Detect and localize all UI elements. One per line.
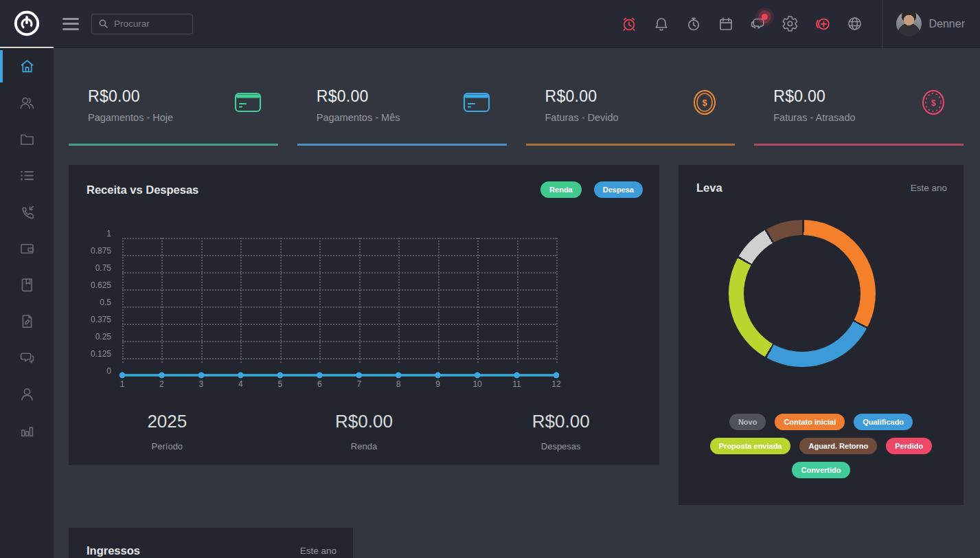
document-edit-icon <box>19 313 36 330</box>
dashboard-app: Denner <box>0 0 980 558</box>
stopwatch-icon[interactable] <box>685 15 703 33</box>
user-icon <box>19 386 36 403</box>
sidebar <box>0 48 54 558</box>
leads-legend: Novo Contato inicial Qualificado Propost… <box>679 414 964 478</box>
sidebar-item-chat[interactable] <box>0 339 54 376</box>
search-box[interactable] <box>91 14 193 34</box>
revenue-expenses-panel: Receita vs Despesas Renda Despesa 10.875… <box>69 165 659 465</box>
home-icon <box>19 58 36 75</box>
topbar: Denner <box>0 0 980 48</box>
stat-cards-row: R$0.00 Pagamentos - Hoje R$0.00 Pagament… <box>69 65 964 146</box>
coin-dollar-icon: $ <box>690 87 720 118</box>
card-invoices-due[interactable]: R$0.00 Faturas - Devido $ <box>526 65 736 146</box>
donut-chart <box>729 220 876 367</box>
topbar-actions <box>620 15 864 33</box>
tickets-panel: Ingressos Este ano <box>69 528 353 558</box>
credit-card-icon <box>461 87 492 118</box>
legend-convertido-pill[interactable]: Convertido <box>792 462 850 478</box>
sidebar-item-reports[interactable] <box>0 412 54 449</box>
y-axis-labels: 10.8750.750.6250.50.3750.250.1250 <box>87 234 111 385</box>
phone-incoming-icon <box>19 203 36 221</box>
plot-area: 123456789101112 <box>122 234 556 392</box>
legend-renda-pill[interactable]: Renda <box>540 181 582 198</box>
legend-despesa-pill[interactable]: Despesa <box>594 181 643 198</box>
chart-legend: Renda Despesa <box>540 181 643 198</box>
search-icon <box>98 18 109 30</box>
card-payments-month[interactable]: R$0.00 Pagamentos - Mês <box>297 65 507 146</box>
panels-row: Receita vs Despesas Renda Despesa 10.875… <box>69 165 964 505</box>
card-invoices-overdue[interactable]: R$0.00 Faturas - Atrasado $ <box>754 65 964 146</box>
revenue-summary: 2025 Período R$0.00 Renda R$0.00 Despesa… <box>69 411 659 451</box>
gear-icon[interactable] <box>782 15 799 33</box>
period-selector[interactable]: Este ano <box>911 183 947 193</box>
panel-title: Leva <box>696 181 722 194</box>
notification-badge <box>762 14 768 20</box>
book-bookmark-icon <box>19 276 36 293</box>
legend-novo-pill[interactable]: Novo <box>729 414 766 430</box>
line-chart: 10.8750.750.6250.50.3750.250.1250 123456… <box>87 227 608 399</box>
legend-aguard-retorno-pill[interactable]: Aguard. Retorno <box>799 438 877 454</box>
chat-bubbles-icon <box>19 349 36 366</box>
folder-icon <box>19 131 36 148</box>
sidebar-item-calls[interactable] <box>0 194 54 230</box>
power-logo-icon <box>12 9 41 38</box>
panel-title: Ingressos <box>87 544 140 557</box>
chat-icon[interactable] <box>749 15 767 33</box>
user-menu[interactable]: Denner <box>882 11 980 36</box>
legend-proposta-enviada-pill[interactable]: Proposta enviada <box>710 438 791 454</box>
legend-perdido-pill[interactable]: Perdido <box>886 438 932 454</box>
calendar-icon[interactable] <box>717 15 735 33</box>
panel-title: Receita vs Despesas <box>87 183 198 197</box>
legend-contato-inicial-pill[interactable]: Contato inicial <box>775 414 845 430</box>
add-circle-icon[interactable] <box>814 15 832 33</box>
avatar <box>896 11 922 36</box>
svg-text:$: $ <box>703 98 708 108</box>
sidebar-item-catalog[interactable] <box>0 267 54 303</box>
sidebar-item-list[interactable] <box>0 157 54 194</box>
sidebar-item-folder[interactable] <box>0 121 54 157</box>
sidebar-item-clients[interactable] <box>0 376 54 412</box>
bar-chart-icon <box>19 422 36 439</box>
sidebar-item-notes[interactable] <box>0 303 54 339</box>
credit-card-icon <box>233 87 263 118</box>
summary-income: R$0.00 Renda <box>266 411 463 451</box>
summary-period: 2025 Período <box>69 411 266 451</box>
coin-dollar-dashed-icon: $ <box>918 87 948 118</box>
wallet-icon <box>19 240 36 257</box>
users-icon <box>19 94 36 111</box>
sidebar-item-contacts[interactable] <box>0 85 54 121</box>
legend-qualificado-pill[interactable]: Qualificado <box>854 414 913 430</box>
sidebar-item-home[interactable] <box>0 48 54 85</box>
period-selector[interactable]: Este ano <box>300 546 337 556</box>
summary-expenses: R$0.00 Despesas <box>462 411 659 451</box>
card-payments-today[interactable]: R$0.00 Pagamentos - Hoje <box>69 65 278 146</box>
app-logo[interactable] <box>0 0 54 48</box>
sidebar-item-wallet[interactable] <box>0 230 54 267</box>
svg-text:$: $ <box>931 98 936 108</box>
search-input[interactable] <box>114 19 187 29</box>
list-icon <box>19 167 36 184</box>
globe-icon[interactable] <box>846 15 864 33</box>
menu-toggle-button[interactable] <box>62 18 79 30</box>
leads-panel: Leva Este ano Novo Contato inicial Quali… <box>679 165 964 505</box>
main-content: R$0.00 Pagamentos - Hoje R$0.00 Pagament… <box>54 48 980 558</box>
user-name: Denner <box>929 18 965 30</box>
bell-icon[interactable] <box>652 15 670 33</box>
alarm-clock-icon[interactable] <box>620 15 638 33</box>
